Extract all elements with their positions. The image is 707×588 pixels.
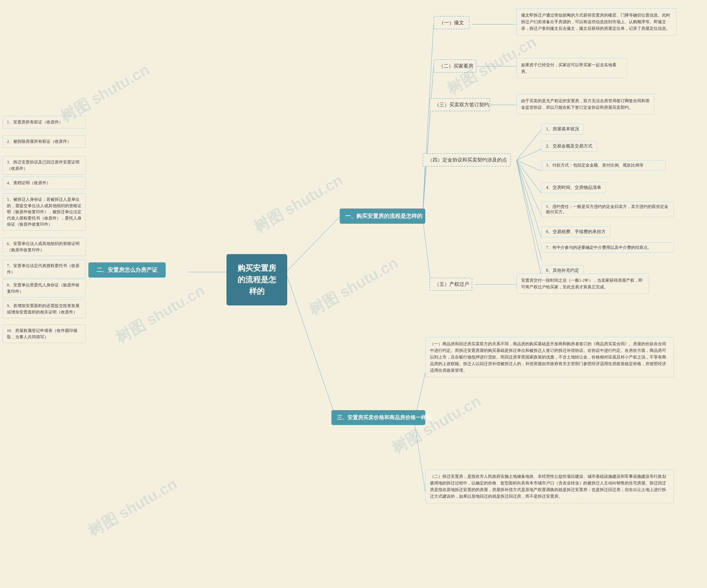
branch1-child3-content: 由于买卖的是无产权证的安置房，双方无法去房管局签订网签合同和资金监管协议，所以只… <box>516 94 654 115</box>
branch1-child4-item2: 2、交易金额及交易方式 <box>541 141 597 152</box>
branch1-child5-content: 安置房交付一段时间之后（一般1-2年），当卖家获得房屋产权，即可将产权过户给买家… <box>516 273 649 294</box>
branch2-item5: 5、被拆迁人身份证：若被拆迁人是单位的，需提交单位法人或其他组织的资格证明（验原… <box>3 193 86 231</box>
branch1-child3-label: （三）买卖双方签订契约 <box>430 98 490 111</box>
branch2-item9: 9、若增加安置面积的还需提交投资发展或增加安置面积的相关证明（收原件） <box>3 300 86 318</box>
branch1-child2-label: （二）买家看房 <box>434 59 476 73</box>
branch2-item7: 7、安置单位法定代表授权委托书（收原件） <box>3 260 86 278</box>
branch1-child1-content: 撮文即拆迁户通过类似抓阄的方式获得安置房的楼层、门牌等确切位置信息。此时拆迁户们… <box>516 8 677 35</box>
branch2-item8: 8、安置单位受委托人身份证（验原件收复印件） <box>3 279 86 297</box>
branch1-child4-item3: 3、付款方式：包括定金金额、首付比例、尾款比例等 <box>541 160 666 170</box>
branch2-l1: 二、安置房怎么办房产证 <box>88 262 166 277</box>
branch1-child4-item6: 6、交易税费、手续费的承担方 <box>541 226 610 237</box>
branch1-child1-label: （一）撮文 <box>434 16 470 29</box>
branch2-item10: 10、房屋权属登记申请表（收件圆印领取，当事人共同填写） <box>3 325 86 343</box>
branch2-item6: 6、安置单位法人或其他组织的资格证明（验原件收复印件） <box>3 237 86 256</box>
branch1-l1: 一、购买安置房的流程是怎样的 <box>340 208 425 224</box>
branch1-child4-item1: 1、房屋基本状况 <box>541 124 584 134</box>
branch2-item4: 4、查档证明（收原件） <box>3 177 86 189</box>
branch3-child1-content: （一）商品房和回迁房买卖双方的关系不同，商品房的购买基础是开发商和购房者签订的《… <box>425 337 674 377</box>
branch1-child4-item4: 4、交房时间、交房物品清单 <box>541 182 606 193</box>
branch2-item1: 1、安置房所有权证（收原件） <box>3 116 86 128</box>
branch3-child2-content: （二）拆迁安置房，是指在市人民政府实施土地储备地块、非经营性公益性项目建设、城市… <box>425 469 674 503</box>
central-node: 购买安置房的流程是怎样的 <box>227 254 287 305</box>
branch1-child4-label: （四）定金协议和买卖契约涉及的点 <box>423 153 511 167</box>
branch3-l1: 三、安置房买卖价格和商品房价格一样吗 <box>331 410 425 425</box>
branch2-item2: 2、被拆除房屋所有权证（收原件） <box>3 135 86 148</box>
branch1-child4-item7: 7、有中介参与的还要确定中介费用以及中介费的结算点。 <box>541 242 674 253</box>
branch2-item3: 3、拆迁安置协议及已回迁原件安置证明（收原件） <box>3 156 86 174</box>
branch1-child5-label: （五）产权过户 <box>430 277 472 291</box>
branch1-child4-item5: 5、违约责任：一般是买方违约的定金归卖方，卖方违约的双倍定金赔付买方。 <box>541 202 674 217</box>
branch1-child2-content: 如果房子已经交付，买家还可以带买家一起去实地看房。 <box>516 58 627 78</box>
